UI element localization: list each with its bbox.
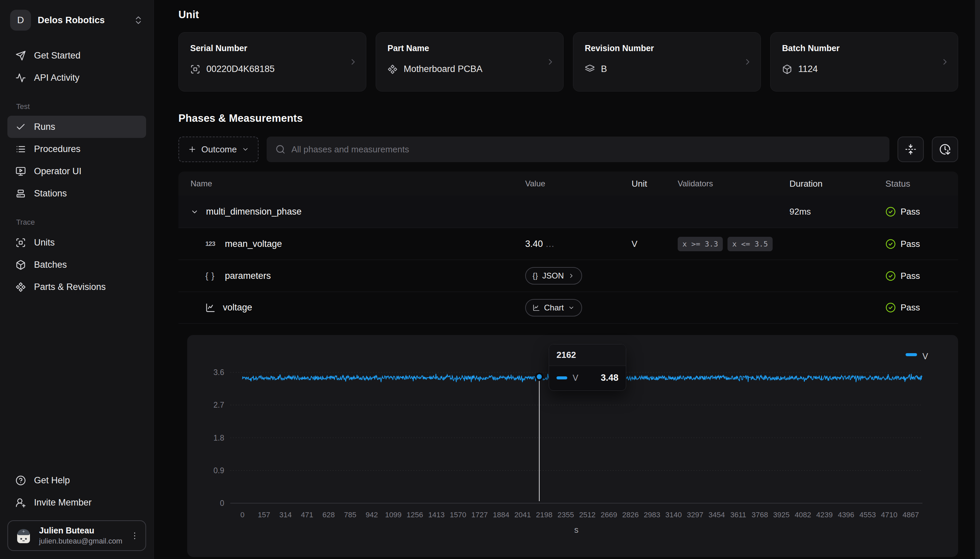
card-value-text: 00220D4K68185 [206,64,275,74]
workspace-switcher[interactable]: D Delos Robotics [7,9,146,31]
svg-text:2512: 2512 [579,511,595,519]
chart-view-button[interactable]: Chart [525,299,582,316]
svg-text:1727: 1727 [471,511,488,519]
svg-text:628: 628 [323,511,335,519]
layers-icon [585,64,595,74]
measurement-value: 3.40 … [525,239,626,249]
svg-text:4396: 4396 [838,511,854,519]
svg-text:3611: 3611 [730,511,746,519]
svg-text:0.9: 0.9 [214,466,224,475]
json-expand-button[interactable]: {} JSON [525,267,582,284]
svg-text:2198: 2198 [536,511,552,519]
table-row-parameters[interactable]: { } parameters {} JSON Pass [178,260,958,292]
scan-icon [190,64,200,74]
chevron-right-icon [743,57,753,66]
filter-toolbar: Outcome [178,137,958,162]
card-label: Part Name [388,43,552,53]
braces-icon: {} [532,271,538,280]
status-badge: Pass [864,207,958,217]
series-color-dash [557,376,567,379]
table-row-voltage[interactable]: voltage Chart Pass [178,292,958,324]
sidebar-item-units[interactable]: Units [7,232,146,254]
svg-text:157: 157 [258,511,270,519]
table-row-mean-voltage[interactable]: 123 mean_voltage 3.40 … V x >= 3.3 x <= … [178,228,958,260]
scrollbar[interactable] [975,0,980,559]
svg-text:1.8: 1.8 [214,433,224,442]
measurement-unit: V [626,239,675,249]
svg-text:1884: 1884 [493,511,509,519]
sidebar-item-api-activity[interactable]: API Activity [7,66,146,89]
clock-arrow-down-icon [939,144,951,155]
component-nodes-icon [15,282,26,292]
sidebar-item-label: Batches [34,260,67,270]
sidebar-section-trace: Trace [16,218,146,227]
paper-plane-icon [15,50,26,61]
sidebar-nav: Get Started API Activity Test Runs Proce… [7,45,146,298]
sidebar-item-invite-member[interactable]: Invite Member [7,491,146,514]
svg-text:1099: 1099 [385,511,401,519]
svg-text:1256: 1256 [407,511,423,519]
collapse-all-button[interactable] [897,137,924,162]
check-icon [15,122,26,132]
card-label: Revision Number [585,43,749,53]
svg-text:3297: 3297 [687,511,703,519]
braces-icon: { } [206,271,217,281]
chevron-right-icon [940,57,950,66]
card-value-text: B [601,64,607,74]
history-button[interactable] [932,137,958,162]
svg-text:2041: 2041 [514,511,531,519]
search-input[interactable] [292,144,881,155]
box-icon [782,64,792,74]
sidebar-item-get-help[interactable]: Get Help [7,469,146,491]
sidebar-item-procedures[interactable]: Procedures [7,138,146,160]
chevron-down-icon [568,304,575,311]
chevrons-up-down-icon [133,15,143,25]
card-value-text: Motherboard PCBA [404,64,483,74]
user-menu[interactable]: Julien Buteau julien.buteau@gmail.com [7,520,146,551]
sidebar-item-label: Runs [34,122,55,132]
card-batch-number[interactable]: Batch Number 1124 [770,32,958,91]
svg-text:V: V [922,351,928,361]
number-type-icon: 123 [206,240,217,248]
card-serial-number[interactable]: Serial Number 00220D4K68185 [178,32,366,91]
chevron-right-icon [568,273,575,279]
svg-text:2669: 2669 [600,511,617,519]
chevron-down-icon [242,146,249,153]
sidebar-item-parts-revisions[interactable]: Parts & Revisions [7,276,146,298]
chevron-down-icon[interactable] [191,208,199,216]
svg-text:471: 471 [301,511,313,519]
card-part-name[interactable]: Part Name Motherboard PCBA [376,32,564,91]
svg-text:0: 0 [220,499,224,508]
sidebar-item-stations[interactable]: Stations [7,182,146,205]
phases-table: Name Value Unit Validators Duration Stat… [178,172,958,324]
sidebar-item-runs[interactable]: Runs [7,116,146,138]
scan-icon [15,237,26,248]
section-title: Phases & Measurements [178,112,958,124]
search-bar [267,137,890,162]
svg-text:4710: 4710 [881,511,897,519]
user-email: julien.buteau@gmail.com [39,537,122,546]
card-revision-number[interactable]: Revision Number B [573,32,761,91]
outcome-filter-button[interactable]: Outcome [178,137,259,162]
sidebar-item-batches[interactable]: Batches [7,254,146,276]
card-label: Serial Number [190,43,355,53]
svg-text:4082: 4082 [795,511,811,519]
svg-text:2.7: 2.7 [214,400,224,409]
svg-text:s: s [574,525,579,534]
table-row-multi-dimension-phase[interactable]: multi_dimension_phase 92ms Pass [178,196,958,228]
sidebar-item-label: Get Started [34,50,80,61]
col-unit: Unit [626,179,675,189]
sidebar-section-test: Test [16,102,146,111]
workspace-avatar: D [10,10,31,31]
kebab-icon[interactable] [130,531,139,541]
sidebar-item-get-started[interactable]: Get Started [7,45,146,66]
table-header: Name Value Unit Validators Duration Stat… [178,172,958,196]
col-validators: Validators [675,179,786,189]
svg-text:2826: 2826 [622,511,638,519]
validator-pill: x <= 3.5 [728,237,773,251]
svg-text:0: 0 [240,511,244,519]
sidebar-item-operator-ui[interactable]: Operator UI [7,160,146,182]
chart-line-icon [206,303,216,313]
app-root: D Delos Robotics Get Started API Activit… [0,0,980,559]
tooltip-y-value: 3.48 [600,373,619,383]
